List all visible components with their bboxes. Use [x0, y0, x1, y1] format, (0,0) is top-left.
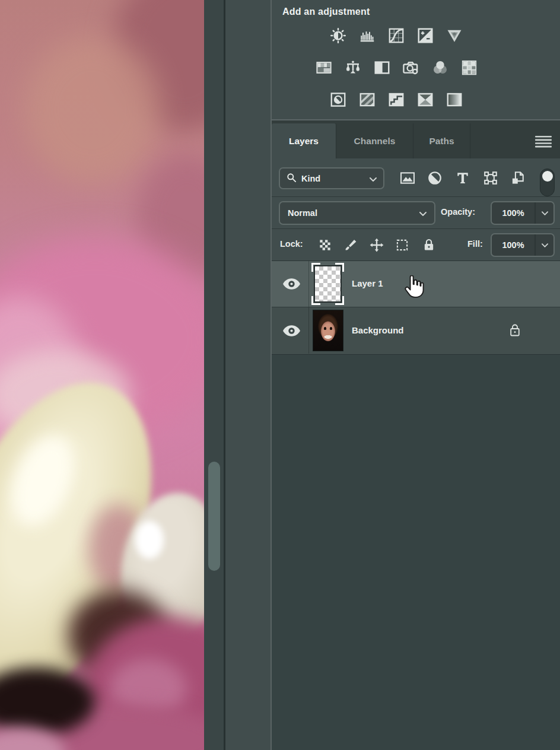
tab-layers[interactable]: Layers: [272, 123, 336, 158]
color-lookup-icon[interactable]: [460, 58, 479, 77]
posterize-icon[interactable]: [358, 90, 377, 109]
gradient-map-icon[interactable]: [416, 90, 435, 109]
tab-paths[interactable]: Paths: [413, 123, 470, 158]
kind-filter-dropdown[interactable]: Kind: [279, 167, 384, 189]
levels-icon[interactable]: [358, 26, 377, 45]
adjustments-panel: Add an adjustment: [272, 0, 560, 120]
hamburger-menu-icon[interactable]: [535, 136, 552, 148]
photoshop-workspace: Add an adjustment: [0, 0, 560, 750]
panel-dock-spacer: [225, 0, 272, 750]
opacity-field[interactable]: 100%: [491, 201, 555, 225]
fill-stepper[interactable]: [534, 234, 553, 256]
photo-blob: [24, 36, 160, 184]
adjustment-icons-row-2: [272, 58, 521, 77]
black-white-icon[interactable]: [373, 58, 392, 77]
invert-icon[interactable]: [329, 90, 348, 109]
pixel-layers-filter-icon[interactable]: [399, 170, 416, 186]
selective-color-icon[interactable]: [445, 90, 464, 109]
tab-channels-label: Channels: [354, 136, 396, 147]
canvas-scrollbar-thumb[interactable]: [208, 462, 220, 571]
opacity-label: Opacity:: [441, 207, 475, 217]
search-icon: [287, 173, 297, 185]
photo-filter-icon[interactable]: [402, 58, 421, 77]
fill-field[interactable]: 100%: [491, 233, 555, 257]
eye-column-divider: [308, 307, 309, 354]
channel-mixer-icon[interactable]: [431, 58, 450, 77]
vibrance-icon[interactable]: [445, 26, 464, 45]
layer-row-layer-1[interactable]: Layer 1: [272, 261, 560, 307]
tab-channels[interactable]: Channels: [336, 123, 413, 158]
thumbnail-bracket: [335, 296, 344, 305]
color-balance-icon[interactable]: [343, 58, 362, 77]
lock-options-bar: Lock:: [272, 229, 560, 261]
blend-options-bar: Normal Opacity: 100%: [272, 197, 560, 229]
eye-column-divider: [308, 261, 309, 307]
adjustment-layers-filter-icon[interactable]: [427, 170, 443, 186]
layer-filter-toggle[interactable]: [540, 169, 555, 196]
fill-label: Fill:: [467, 239, 483, 249]
shape-layers-filter-icon[interactable]: [482, 170, 499, 186]
lock-artboard-icon[interactable]: [394, 237, 410, 253]
layer-name[interactable]: Background: [352, 325, 404, 335]
layer-list-empty-area[interactable]: [272, 354, 560, 750]
adjustment-icons-row-3: [272, 90, 521, 109]
toggle-knob: [542, 171, 553, 182]
visibility-eye-icon[interactable]: [282, 325, 301, 338]
lock-all-icon[interactable]: [421, 237, 437, 253]
chevron-down-icon: [370, 174, 377, 183]
smart-objects-filter-icon[interactable]: [510, 170, 526, 186]
exposure-icon[interactable]: [416, 26, 435, 45]
tab-layers-label: Layers: [289, 136, 319, 147]
hand-cursor: [403, 275, 426, 300]
layer-filter-bar: Kind: [272, 158, 560, 197]
thumbnail-bracket: [311, 296, 320, 305]
layer-name[interactable]: Layer 1: [352, 278, 383, 288]
opacity-stepper[interactable]: [534, 202, 553, 224]
layer-locked-icon: [508, 323, 521, 339]
curves-icon[interactable]: [387, 26, 406, 45]
right-panel: Add an adjustment: [272, 0, 560, 750]
type-layers-filter-icon[interactable]: [454, 170, 471, 186]
photo-highlight: [135, 521, 164, 559]
opacity-value: 100%: [492, 208, 534, 218]
document-canvas[interactable]: [0, 0, 204, 750]
chevron-down-icon: [419, 208, 427, 218]
thumbnail-bracket: [335, 263, 344, 272]
lock-transparency-icon[interactable]: [317, 237, 333, 253]
fill-value: 100%: [492, 240, 534, 250]
adjustment-icons-row-1: [272, 26, 521, 45]
lock-position-icon[interactable]: [369, 237, 384, 253]
lock-label: Lock:: [280, 239, 303, 249]
adjustments-panel-title: Add an adjustment: [282, 7, 370, 17]
hue-saturation-icon[interactable]: [314, 58, 333, 77]
layer-thumbnail-photo[interactable]: [313, 310, 343, 351]
canvas-scrollbar-track[interactable]: [204, 0, 224, 750]
panel-tab-bar: Layers Channels Paths: [272, 120, 560, 158]
kind-filter-label: Kind: [301, 174, 320, 183]
blend-mode-dropdown[interactable]: Normal: [279, 201, 435, 225]
thumbnail-bracket: [311, 263, 320, 272]
visibility-eye-icon[interactable]: [282, 278, 301, 291]
blend-mode-value: Normal: [288, 208, 317, 218]
threshold-icon[interactable]: [387, 90, 406, 109]
layer-row-background[interactable]: Background: [272, 307, 560, 354]
layer-thumbnail-transparent[interactable]: [311, 263, 344, 305]
lock-image-icon[interactable]: [343, 237, 358, 253]
brightness-contrast-icon[interactable]: [329, 26, 348, 45]
tab-paths-label: Paths: [429, 136, 454, 147]
